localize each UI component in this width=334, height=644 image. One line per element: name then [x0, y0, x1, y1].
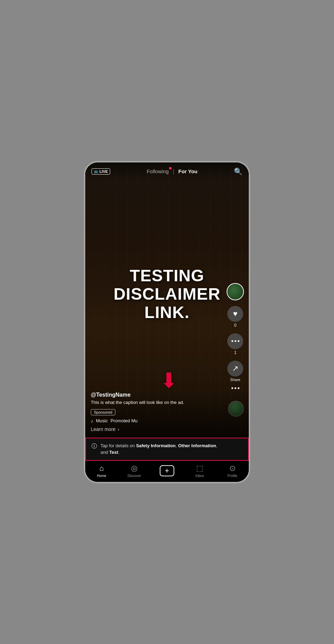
- disclaimer-item3: Test: [109, 450, 118, 455]
- tab-divider: |: [173, 168, 174, 174]
- share-button[interactable]: ↗ Share: [227, 361, 243, 382]
- following-tab[interactable]: Following: [147, 168, 168, 174]
- comment-icon: [227, 333, 243, 349]
- comment-button[interactable]: 1: [227, 333, 243, 355]
- share-icon: ↗: [227, 361, 243, 377]
- phone-frame: 📺 LIVE Following | For You 🔍 TESTING DIS…: [84, 161, 250, 483]
- music-note-icon: ♪: [91, 418, 93, 424]
- disclaimer-bar[interactable]: ⓘ Tap for details on Safety Information,…: [85, 438, 249, 461]
- music-name: Promoted Mu: [111, 418, 138, 423]
- home-label: Home: [97, 474, 106, 478]
- right-action-buttons: ♥ 0 1 ↗ Share: [227, 283, 244, 389]
- video-area: 📺 LIVE Following | For You 🔍 TESTING DIS…: [85, 162, 249, 438]
- discover-label: Discover: [128, 474, 141, 478]
- like-count: 0: [234, 323, 237, 328]
- video-headline: TESTING DISCLAIMER LINK.: [85, 267, 249, 321]
- creator-username[interactable]: @TestingName: [91, 392, 243, 398]
- learn-more-link[interactable]: Learn more: [91, 426, 116, 432]
- top-bar: 📺 LIVE Following | For You 🔍: [85, 162, 249, 179]
- compass-icon: ◎: [131, 464, 138, 473]
- sponsored-badge: Sponsored: [91, 409, 115, 415]
- arrow-down-indicator: ⬇: [160, 368, 177, 392]
- profile-icon: ⊙: [229, 464, 236, 473]
- video-bottom-overlay: @TestingName This is what the caption wi…: [85, 388, 249, 437]
- tv-icon: 📺: [94, 169, 98, 173]
- live-badge[interactable]: 📺 LIVE: [91, 168, 110, 175]
- like-button[interactable]: ♥ 0: [227, 306, 243, 328]
- disclaimer-text: Tap for details on Safety Information, O…: [100, 442, 217, 456]
- chevron-right-icon: ›: [118, 426, 120, 432]
- share-label: Share: [230, 378, 240, 382]
- music-label: Music: [96, 418, 108, 423]
- nav-tabs: Following | For You: [147, 168, 197, 174]
- learn-more-row: Learn more ›: [91, 426, 243, 432]
- comment-count: 1: [234, 350, 237, 355]
- nav-inbox[interactable]: ⬚ Inbox: [189, 464, 210, 478]
- for-you-tab[interactable]: For You: [178, 168, 197, 174]
- nav-create[interactable]: +: [157, 465, 177, 476]
- creator-avatar[interactable]: [227, 283, 244, 300]
- notification-dot: [169, 167, 172, 169]
- inbox-icon: ⬚: [196, 464, 203, 473]
- nav-profile[interactable]: ⊙ Profile: [222, 464, 243, 478]
- nav-discover[interactable]: ◎ Discover: [124, 464, 145, 478]
- disclaimer-item1: Safety Information: [136, 443, 176, 448]
- video-text-overlay: TESTING DISCLAIMER LINK.: [85, 267, 249, 321]
- comment-dots: [231, 340, 239, 342]
- inbox-label: Inbox: [195, 474, 204, 478]
- nav-home[interactable]: ⌂ Home: [91, 464, 112, 478]
- disclaimer-item2: Other Information: [178, 443, 216, 448]
- heart-icon: ♥: [227, 306, 243, 322]
- bottom-navigation: ⌂ Home ◎ Discover + ⬚ Inbox ⊙ Profile: [85, 461, 249, 482]
- music-row: ♪ Music Promoted Mu: [91, 418, 243, 424]
- profile-label: Profile: [228, 474, 237, 478]
- home-icon: ⌂: [99, 464, 104, 473]
- search-icon[interactable]: 🔍: [234, 167, 243, 176]
- live-label: LIVE: [99, 169, 108, 174]
- video-caption: This is what the caption will look like …: [91, 399, 188, 406]
- create-button[interactable]: +: [160, 465, 174, 476]
- info-icon: ⓘ: [91, 443, 97, 450]
